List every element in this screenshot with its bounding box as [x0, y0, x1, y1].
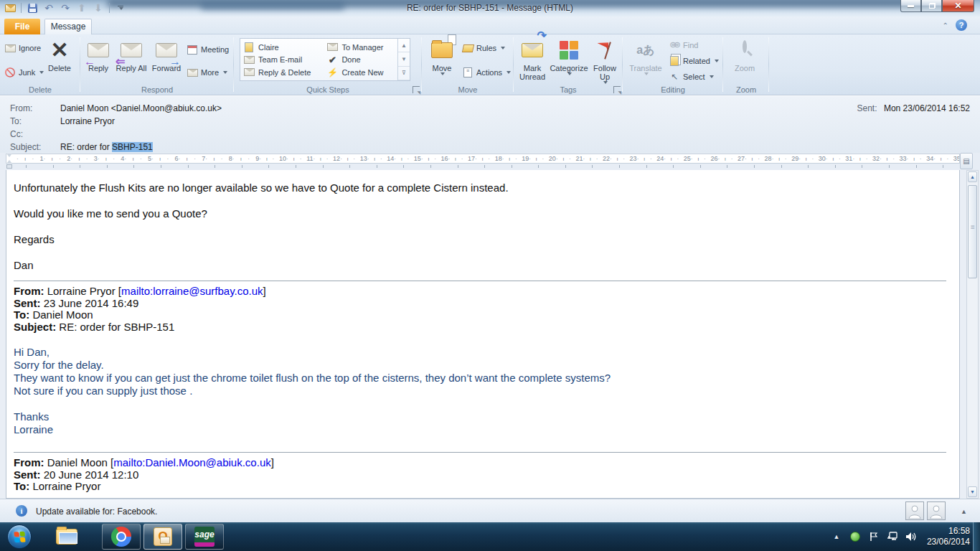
message-body[interactable]: Unfortunately the Flush Kits are no long… — [6, 170, 960, 499]
action-center-flag-icon[interactable] — [868, 531, 880, 542]
status-bar: i Update available for: Facebook. ▲ — [0, 499, 980, 522]
minimize-button[interactable] — [900, 0, 921, 12]
translate-button[interactable]: aあ Translate — [626, 36, 666, 75]
translate-icon: aあ — [634, 39, 657, 62]
cc-label: Cc: — [10, 129, 60, 139]
gallery-more-icon[interactable]: ⊽ — [398, 67, 410, 80]
scroll-down-icon[interactable]: ▼ — [398, 52, 410, 66]
scroll-up-arrow-icon[interactable]: ▲ — [968, 171, 977, 182]
indent-markers-icon[interactable] — [6, 154, 13, 164]
ruler-segment: ·ı·31 — [826, 154, 853, 164]
quick-step-done[interactable]: ✔ Done — [326, 54, 383, 66]
show-desktop-button[interactable] — [973, 522, 980, 551]
find-button[interactable]: ⌾⌾ Find — [669, 37, 719, 53]
move-icon — [430, 39, 453, 62]
taskbar-outlook-button[interactable]: O — [143, 524, 182, 550]
scrollbar-thumb[interactable] — [968, 185, 977, 278]
ruler-segment: ·ı·20 — [529, 154, 556, 164]
move-button[interactable]: Move — [425, 36, 459, 75]
ignore-button[interactable]: Ignore — [4, 40, 44, 56]
cat-blue — [570, 51, 578, 60]
team-email-icon — [243, 54, 255, 65]
close-button[interactable]: ✕ — [942, 0, 974, 12]
ruler-segment: ·ı·6 — [151, 154, 179, 164]
reply-button[interactable]: ← Reply — [82, 36, 115, 80]
mark-unread-icon: ↷ — [521, 39, 544, 62]
junk-button[interactable]: 🚫 Junk — [4, 65, 44, 80]
taskbar-explorer-button[interactable] — [47, 524, 86, 550]
view-ruler-toggle-icon[interactable]: ▤ — [960, 153, 973, 169]
avatar[interactable] — [905, 501, 924, 520]
quick-step-create-new[interactable]: ⚡ Create New — [326, 66, 383, 78]
taskbar-chrome-button[interactable] — [102, 524, 141, 550]
scroll-up-icon[interactable]: ▲ — [398, 39, 410, 52]
group-label-delete: Delete — [0, 85, 80, 94]
ruler-area: ·ı·1·ı·2·ı·3·ı·4·ı·5·ı·6·ı·7·ı·8·ı·9·ı·1… — [0, 153, 980, 170]
tab-message[interactable]: Message — [44, 19, 92, 34]
taskbar-sage-button[interactable]: sage — [185, 524, 224, 550]
quick-step-to-manager[interactable]: To Manager — [326, 41, 383, 53]
note-icon — [243, 42, 255, 53]
more-button[interactable]: More — [187, 65, 229, 80]
avatar[interactable] — [927, 501, 946, 520]
select-button[interactable]: ↖ Select — [669, 69, 719, 85]
tab-file[interactable]: File — [4, 19, 40, 34]
ribbon-group-quick-steps: Claire Team E-mail Reply & Delete To Man… — [234, 34, 422, 95]
mailto-link[interactable]: mailto:lorraine@surfbay.co.uk — [121, 285, 263, 297]
ruler-segment: ·ı·14 — [367, 154, 395, 164]
reply-all-button[interactable]: ⇐ Reply All — [115, 36, 148, 80]
categorize-icon — [557, 39, 580, 62]
zoom-button[interactable]: Zoom — [726, 36, 763, 72]
ruler-segment: ·ı·30 — [798, 154, 826, 164]
delete-icon: ✕ — [48, 39, 71, 62]
outlook-icon: O — [154, 527, 172, 546]
message-body-area: Unfortunately the Flush Kits are no long… — [0, 170, 980, 499]
vertical-scrollbar[interactable]: ▲ ▼ — [966, 170, 979, 499]
delete-button[interactable]: ✕ Delete — [42, 36, 77, 72]
mailto-link[interactable]: mailto:Daniel.Moon@abiuk.co.uk — [113, 456, 271, 468]
quote-divider — [14, 281, 946, 281]
ruler-segment: ·ı·17 — [448, 154, 476, 164]
scroll-down-arrow-icon[interactable]: ▼ — [968, 486, 977, 497]
categorize-button[interactable]: Categorize — [550, 36, 588, 84]
ruler-segment: ·ı·32 — [852, 154, 880, 164]
volume-icon[interactable] — [905, 531, 917, 542]
quick-step-team-email[interactable]: Team E-mail — [243, 54, 311, 66]
mark-unread-button[interactable]: ↷ Mark Unread — [515, 36, 550, 84]
restore-button[interactable] — [921, 0, 942, 12]
quick-steps-scrollbar[interactable]: ▲ ▼ ⊽ — [397, 39, 410, 80]
find-binoculars-icon: ⌾⌾ — [669, 39, 680, 51]
ruler-segment: ·ı·7 — [179, 154, 206, 164]
ignore-icon — [4, 42, 16, 54]
create-new-icon: ⚡ — [326, 67, 338, 78]
taskbar-clock[interactable]: 16:58 23/06/2014 — [927, 526, 970, 547]
ruler[interactable]: ·ı·1·ı·2·ı·3·ı·4·ı·5·ı·6·ı·7·ı·8·ı·9·ı·1… — [6, 154, 960, 164]
people-pane-collapse-icon[interactable]: ▲ — [961, 508, 967, 515]
ruler-segment: ·ı·22 — [583, 154, 610, 164]
ruler-segment: ·ı·3 — [70, 154, 98, 164]
actions-button[interactable]: ≡ Actions — [462, 65, 511, 80]
chrome-icon — [111, 527, 131, 547]
select-cursor-icon: ↖ — [669, 71, 680, 83]
ruler-segment: ·ı·16 — [421, 154, 448, 164]
collapse-ribbon-icon[interactable]: ⌃ — [943, 22, 948, 29]
quick-step-reply-delete[interactable]: Reply & Delete — [243, 66, 311, 78]
network-icon[interactable] — [887, 531, 898, 542]
tags-dialog-launcher[interactable] — [613, 86, 621, 93]
forward-button[interactable]: → Forward — [148, 36, 185, 80]
status-orb-icon[interactable] — [849, 531, 861, 542]
quick-step-claire[interactable]: Claire — [243, 41, 311, 53]
follow-up-flag-icon — [593, 39, 616, 62]
quick-steps-dialog-launcher[interactable] — [413, 86, 420, 93]
quoted-header-2: From: Daniel Moon [mailto:Daniel.Moon@ab… — [14, 457, 959, 493]
windows-logo-icon — [14, 531, 26, 543]
hidden-icons-chevron[interactable]: ▲ — [831, 531, 842, 542]
related-button[interactable]: Related — [669, 53, 719, 69]
follow-up-button[interactable]: Follow Up — [588, 36, 621, 84]
start-button[interactable] — [7, 524, 32, 549]
reply-delete-icon — [243, 67, 255, 78]
group-label-quick-steps: Quick Steps — [234, 85, 422, 94]
meeting-button[interactable]: Meeting — [187, 42, 229, 57]
rules-button[interactable]: Rules — [462, 40, 511, 56]
help-icon[interactable]: ? — [956, 19, 967, 31]
